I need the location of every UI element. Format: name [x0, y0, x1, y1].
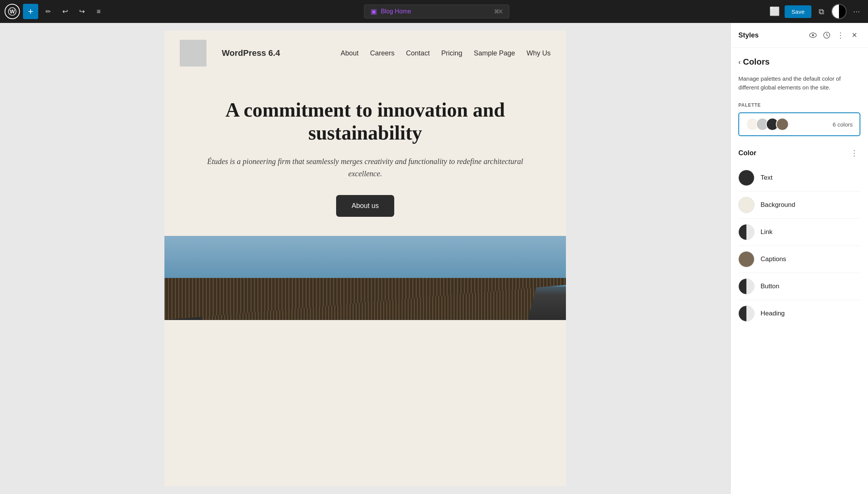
- site-header: WordPress 6.4 About Careers Contact Pric…: [164, 31, 566, 76]
- nav-whyus[interactable]: Why Us: [527, 49, 551, 57]
- site-name: WordPress 6.4: [222, 48, 280, 58]
- architecture-image: [164, 236, 566, 320]
- styles-history-button[interactable]: [821, 29, 833, 41]
- captions-color-label: Captions: [761, 255, 786, 263]
- panel-title: Styles: [738, 31, 759, 39]
- color-item-link[interactable]: Link: [738, 219, 860, 246]
- panel-close-button[interactable]: ✕: [848, 29, 860, 41]
- hero-subtitle: Études is a pioneering firm that seamles…: [195, 155, 535, 180]
- panel-more-button[interactable]: ⋮: [834, 29, 847, 41]
- panel-header: Styles ⋮ ✕: [731, 23, 868, 48]
- colors-description: Manage palettes and the default color of…: [738, 75, 860, 92]
- color-section-title: Color: [738, 149, 756, 157]
- svg-point-3: [812, 34, 814, 36]
- view-switcher-button[interactable]: ⧉: [814, 5, 828, 18]
- desktop-view-button[interactable]: ⬜: [768, 5, 782, 18]
- canvas-area[interactable]: WordPress 6.4 About Careers Contact Pric…: [0, 23, 730, 494]
- background-color-swatch: [738, 197, 754, 213]
- color-item-text[interactable]: Text: [738, 164, 860, 192]
- pen-tool-button[interactable]: ✏: [41, 5, 55, 18]
- styles-panel: Styles ⋮ ✕: [730, 23, 868, 494]
- toolbar-center: ▣ Blog Home ⌘K: [109, 5, 765, 18]
- url-icon: ▣: [371, 7, 377, 16]
- hero-section: A commitment to innovation and sustainab…: [164, 76, 566, 236]
- link-color-swatch: [738, 224, 754, 240]
- nav-about[interactable]: About: [341, 49, 359, 57]
- colors-panel: ‹ Colors Manage palettes and the default…: [731, 48, 868, 336]
- color-item-captions[interactable]: Captions: [738, 246, 860, 273]
- color-item-background[interactable]: Background: [738, 192, 860, 219]
- text-color-swatch: [738, 170, 754, 186]
- site-logo: [180, 40, 206, 67]
- colors-back-button[interactable]: ‹ Colors: [738, 57, 770, 67]
- wp-logo[interactable]: W: [5, 4, 20, 19]
- palette-label: PALETTE: [738, 102, 860, 108]
- heading-color-swatch: [738, 306, 754, 322]
- toolbar: W + ✏ ↩ ↪ ≡ ▣ Blog Home ⌘K ⬜ Save ⧉ ⋯: [0, 0, 868, 23]
- hero-title: A commitment to innovation and sustainab…: [195, 99, 535, 145]
- toolbar-right: ⬜ Save ⧉ ⋯: [768, 4, 863, 19]
- color-section-menu-button[interactable]: ⋮: [848, 147, 860, 159]
- redo-button[interactable]: ↪: [75, 5, 89, 18]
- colors-panel-title: Colors: [743, 57, 770, 67]
- main-layout: WordPress 6.4 About Careers Contact Pric…: [0, 23, 868, 494]
- svg-text:W: W: [10, 8, 15, 15]
- nav-pricing[interactable]: Pricing: [441, 49, 462, 57]
- button-color-swatch: [738, 278, 754, 294]
- color-item-button[interactable]: Button: [738, 273, 860, 300]
- palette-circles: [746, 118, 789, 131]
- text-color-label: Text: [761, 174, 772, 182]
- styles-toggle-button[interactable]: [831, 4, 847, 19]
- canvas-content: WordPress 6.4 About Careers Contact Pric…: [164, 31, 566, 486]
- keyboard-shortcut: ⌘K: [494, 8, 503, 15]
- palette-swatch-row[interactable]: 6 colors: [738, 112, 860, 136]
- nav-careers[interactable]: Careers: [370, 49, 395, 57]
- link-color-label: Link: [761, 228, 772, 236]
- palette-count: 6 colors: [832, 121, 853, 128]
- nav-sample[interactable]: Sample Page: [474, 49, 515, 57]
- back-chevron-icon: ‹: [738, 58, 741, 66]
- site-nav: About Careers Contact Pricing Sample Pag…: [341, 49, 551, 57]
- list-view-button[interactable]: ≡: [92, 5, 106, 18]
- add-block-button[interactable]: +: [23, 4, 38, 19]
- nav-contact[interactable]: Contact: [406, 49, 430, 57]
- heading-color-label: Heading: [761, 310, 785, 317]
- styles-view-button[interactable]: [807, 29, 819, 41]
- save-button[interactable]: Save: [785, 5, 811, 18]
- undo-button[interactable]: ↩: [58, 5, 72, 18]
- panel-header-icons: ⋮ ✕: [807, 29, 860, 41]
- color-item-heading[interactable]: Heading: [738, 300, 860, 327]
- captions-color-swatch: [738, 251, 754, 267]
- color-section-header: Color ⋮: [738, 147, 860, 159]
- more-options-button[interactable]: ⋯: [850, 5, 863, 18]
- url-bar[interactable]: ▣ Blog Home ⌘K: [364, 5, 509, 18]
- panel-header-left: Styles: [738, 31, 759, 39]
- background-color-label: Background: [761, 201, 795, 209]
- page-title-label: Blog Home: [381, 8, 411, 15]
- hero-cta-button[interactable]: About us: [336, 195, 394, 217]
- button-color-label: Button: [761, 283, 779, 290]
- palette-circle-4: [776, 118, 789, 131]
